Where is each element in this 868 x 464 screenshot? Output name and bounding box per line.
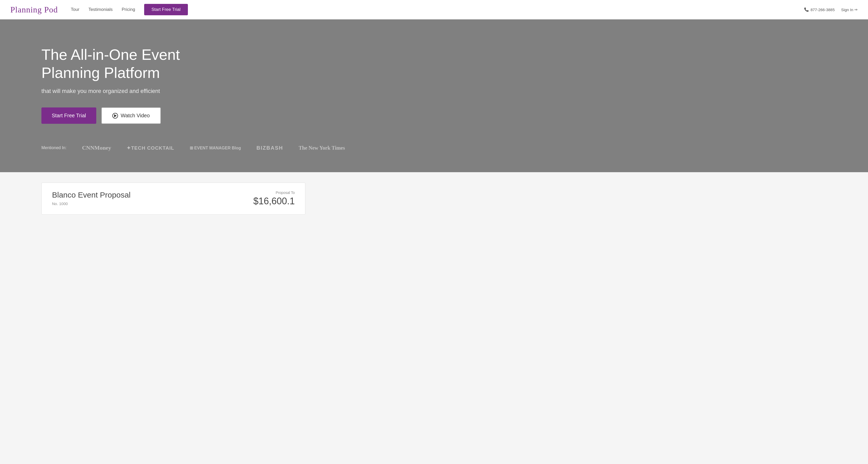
press-bizbash: BIZBASH xyxy=(256,145,283,151)
hero-watch-video-button[interactable]: Watch Video xyxy=(101,108,160,124)
hero-title: The All-in-One Event Planning Platform xyxy=(41,46,223,82)
nav-links: Tour Testimonials Pricing Start Free Tri… xyxy=(71,4,804,15)
phone-icon: 📞 xyxy=(804,7,809,12)
site-logo[interactable]: Planning Pod xyxy=(10,5,58,14)
hero-section: The All-in-One Event Planning Platform t… xyxy=(0,20,868,172)
nav-tour[interactable]: Tour xyxy=(71,7,80,12)
proposal-number: No. 1000 xyxy=(52,201,131,206)
phone-number: 📞 877-266-3885 xyxy=(804,7,835,12)
nav-testimonials[interactable]: Testimonials xyxy=(89,7,113,12)
hero-subtitle: that will make you more organized and ef… xyxy=(41,88,868,94)
lower-section: Blanco Event Proposal No. 1000 Proposal … xyxy=(0,172,868,225)
nav-pricing[interactable]: Pricing xyxy=(122,7,135,12)
play-triangle-icon xyxy=(114,114,117,117)
sign-in-link[interactable]: Sign In ⇒ xyxy=(841,7,858,12)
hero-start-trial-button[interactable]: Start Free Trial xyxy=(41,108,96,124)
mentioned-in-bar: Mentioned In: CNNMoney ✦TECH COCKTAIL ⊞ … xyxy=(41,139,868,156)
navbar: Planning Pod Tour Testimonials Pricing S… xyxy=(0,0,868,20)
hero-buttons: Start Free Trial Watch Video xyxy=(41,108,868,124)
mentioned-label: Mentioned In: xyxy=(41,146,66,150)
play-circle-icon xyxy=(112,113,118,119)
press-tech-cocktail: ✦TECH COCKTAIL xyxy=(127,145,174,151)
press-new-york-times: The New York Times xyxy=(299,145,345,151)
proposal-amount: $16,600.1 xyxy=(253,196,295,207)
proposal-title: Blanco Event Proposal xyxy=(52,191,131,199)
press-event-manager-blog: ⊞ EVENT MANAGER Blog xyxy=(190,146,241,150)
nav-start-trial-button[interactable]: Start Free Trial xyxy=(144,4,188,15)
proposal-info: Blanco Event Proposal No. 1000 xyxy=(52,191,131,206)
proposal-amount-label: Proposal To xyxy=(253,191,295,195)
navbar-right: 📞 877-266-3885 Sign In ⇒ xyxy=(804,7,858,12)
proposal-amount-block: Proposal To $16,600.1 xyxy=(253,191,295,207)
press-cnn: CNNMoney xyxy=(82,144,111,151)
signin-arrow-icon: ⇒ xyxy=(854,7,858,12)
proposal-card: Blanco Event Proposal No. 1000 Proposal … xyxy=(41,182,305,215)
